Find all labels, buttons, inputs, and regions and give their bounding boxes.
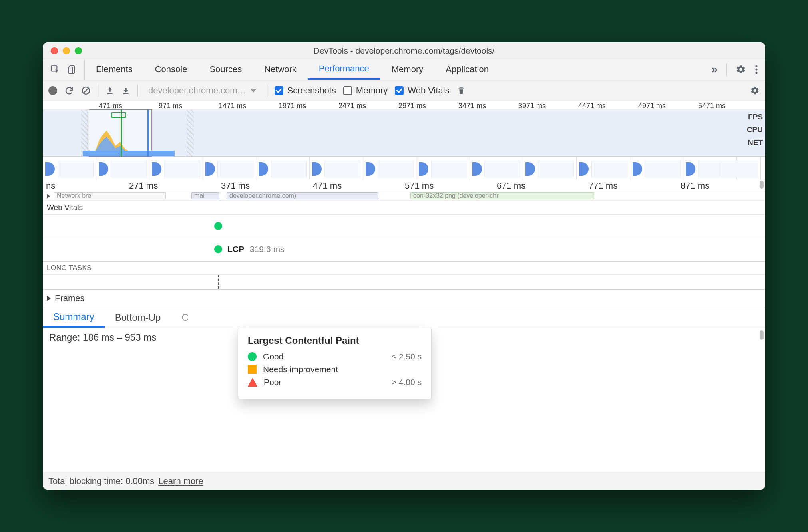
screenshot-thumb[interactable] xyxy=(416,157,470,180)
screenshot-thumb[interactable] xyxy=(256,157,310,180)
web-vitals-lcp-row[interactable]: LCP 319.6 ms xyxy=(43,237,765,261)
delete-icon[interactable] xyxy=(457,85,466,96)
overview-lane-labels: FPS CPU NET xyxy=(747,111,763,149)
capture-settings-gear-icon[interactable] xyxy=(750,86,760,95)
webvitals-checkbox[interactable]: Web Vitals xyxy=(395,85,449,96)
recording-select[interactable]: developer.chrome.com… xyxy=(145,85,260,96)
tab-bottom-up[interactable]: Bottom-Up xyxy=(105,307,171,328)
frames-track-header[interactable]: Frames xyxy=(43,290,765,307)
network-request[interactable]: developer.chrome.com) xyxy=(227,192,378,199)
disclosure-icon[interactable] xyxy=(47,194,50,199)
lane-label-net: NET xyxy=(747,136,763,149)
device-toolbar-icon[interactable] xyxy=(68,64,77,75)
tooltip-row-poor: Poor > 4.00 s xyxy=(248,377,422,387)
screenshot-thumb[interactable] xyxy=(363,157,417,180)
screenshot-thumb[interactable] xyxy=(523,157,577,180)
lcp-tooltip: Largest Contentful Paint Good ≤ 2.50 s N… xyxy=(238,328,432,399)
screenshots-checkbox[interactable]: Screenshots xyxy=(275,85,336,96)
inspect-element-icon[interactable] xyxy=(50,64,60,75)
checkbox-icon xyxy=(395,86,404,95)
task-marker xyxy=(218,275,219,289)
lane-label-fps: FPS xyxy=(747,111,763,123)
screenshot-thumb[interactable] xyxy=(577,157,630,180)
tab-elements[interactable]: Elements xyxy=(85,59,144,80)
lane-label-cpu: CPU xyxy=(747,123,763,136)
load-profile-icon[interactable] xyxy=(105,86,114,95)
screenshot-thumb[interactable] xyxy=(149,157,203,180)
save-profile-icon[interactable] xyxy=(121,86,130,95)
horizontal-scrollbar-thumb[interactable] xyxy=(760,181,764,189)
vertical-scrollbar-thumb[interactable] xyxy=(760,330,764,340)
poor-icon xyxy=(248,378,257,387)
window-title: DevTools - developer.chrome.com/tags/dev… xyxy=(43,46,765,56)
ruler-tick: 571 ms xyxy=(405,181,434,191)
screenshot-thumb[interactable] xyxy=(737,157,761,180)
section-header-long-tasks[interactable]: LONG TASKS xyxy=(43,262,765,275)
overview-pane[interactable]: 471 ms 971 ms 1471 ms 1971 ms 2471 ms 29… xyxy=(43,101,765,179)
tooltip-label: Needs improvement xyxy=(263,365,338,374)
svg-point-5 xyxy=(755,72,757,74)
settings-gear-icon[interactable] xyxy=(736,64,746,75)
recording-select-label: developer.chrome.com… xyxy=(148,85,246,96)
tooltip-threshold: ≤ 2.50 s xyxy=(392,352,422,361)
memory-label: Memory xyxy=(356,85,388,96)
screenshot-thumb[interactable] xyxy=(43,157,96,180)
ruler-tick: 671 ms xyxy=(497,181,525,191)
screenshot-thumb[interactable] xyxy=(96,157,150,180)
svg-rect-7 xyxy=(107,93,113,94)
section-header-web-vitals[interactable]: Web Vitals xyxy=(43,201,765,215)
kebab-menu-icon[interactable] xyxy=(755,64,758,75)
ruler-tick: 4471 ms xyxy=(578,102,606,110)
learn-more-link[interactable]: Learn more xyxy=(158,476,203,486)
overflow-tabs-icon[interactable]: » xyxy=(711,63,718,76)
flamechart-ruler[interactable]: ns 271 ms 371 ms 471 ms 571 ms 671 ms 77… xyxy=(43,179,765,191)
divider xyxy=(98,85,98,97)
long-tasks-row[interactable] xyxy=(43,275,765,289)
divider xyxy=(726,63,727,76)
frames-label: Frames xyxy=(55,293,85,304)
screenshot-thumb[interactable] xyxy=(470,157,523,180)
svg-rect-2 xyxy=(68,67,72,73)
good-icon xyxy=(248,352,257,361)
fps-mark xyxy=(111,112,126,118)
tab-summary[interactable]: Summary xyxy=(43,307,105,328)
ruler-tick: 1471 ms xyxy=(219,102,246,110)
tab-overflow[interactable]: C xyxy=(171,307,199,328)
devtools-window: DevTools - developer.chrome.com/tags/dev… xyxy=(43,42,765,490)
tooltip-row-ni: Needs improvement xyxy=(248,365,422,374)
tab-sources[interactable]: Sources xyxy=(198,59,253,80)
network-request[interactable]: con-32x32.png (developer-chr xyxy=(410,192,594,199)
tab-network[interactable]: Network xyxy=(253,59,308,80)
good-dot-icon xyxy=(214,222,222,230)
tab-memory[interactable]: Memory xyxy=(380,59,434,80)
reload-icon[interactable] xyxy=(64,86,74,95)
memory-checkbox[interactable]: Memory xyxy=(343,85,388,96)
network-request[interactable]: Network bre xyxy=(54,192,166,199)
tooltip-threshold: > 4.00 s xyxy=(392,377,422,387)
tooltip-row-good: Good ≤ 2.50 s xyxy=(248,352,422,361)
screenshot-thumb[interactable] xyxy=(203,157,257,180)
tooltip-label: Poor xyxy=(264,377,281,387)
net-bar xyxy=(83,151,175,156)
tab-performance[interactable]: Performance xyxy=(308,59,380,80)
ruler-tick: 2971 ms xyxy=(398,102,426,110)
network-strip[interactable]: Network bre mai developer.chrome.com) co… xyxy=(43,191,765,201)
tab-application[interactable]: Application xyxy=(434,59,500,80)
network-request[interactable]: mai xyxy=(191,192,219,199)
tooltip-title: Largest Contentful Paint xyxy=(248,335,422,346)
checkbox-icon xyxy=(343,86,352,95)
web-vitals-fcp-row[interactable] xyxy=(43,215,765,237)
screenshot-filmstrip[interactable] xyxy=(43,156,765,179)
tab-console[interactable]: Console xyxy=(144,59,199,80)
disclosure-icon xyxy=(47,296,51,301)
dropdown-caret-icon xyxy=(250,89,257,93)
web-vitals-section: Web Vitals LCP 319.6 ms xyxy=(43,201,765,262)
screenshot-thumb[interactable] xyxy=(630,157,684,180)
screenshot-thumb[interactable] xyxy=(310,157,363,180)
divider xyxy=(267,85,267,97)
clear-icon[interactable] xyxy=(81,86,91,95)
ruler-tick: 371 ms xyxy=(221,181,250,191)
record-button[interactable] xyxy=(48,86,57,95)
overview-lanes[interactable] xyxy=(43,110,765,156)
svg-point-3 xyxy=(755,65,757,67)
